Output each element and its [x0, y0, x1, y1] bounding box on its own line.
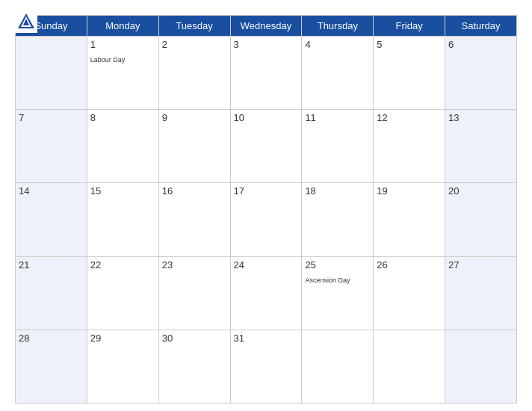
- calendar-cell: 3: [230, 37, 302, 110]
- day-number: 26: [377, 259, 442, 271]
- calendar-cell: 31: [230, 330, 302, 403]
- calendar-cell: 9: [158, 110, 230, 183]
- day-number: 14: [19, 185, 84, 197]
- day-number: 6: [448, 39, 513, 50]
- calendar-cell: [16, 37, 87, 110]
- day-number: 19: [377, 185, 442, 197]
- day-number: 18: [305, 185, 370, 197]
- day-number: 3: [234, 39, 299, 50]
- calendar-cell: 2: [158, 37, 230, 110]
- day-number: 29: [90, 333, 155, 344]
- calendar-cell: 14: [16, 183, 87, 256]
- calendar-cell: 10: [230, 110, 302, 183]
- day-number: 22: [90, 259, 155, 271]
- day-number: 27: [448, 259, 513, 271]
- calendar-cell: 4: [302, 37, 374, 110]
- calendar-table: SundayMondayTuesdayWednesdayThursdayFrid…: [15, 15, 517, 404]
- calendar-cell: 12: [374, 110, 445, 183]
- calendar-cell: 20: [445, 183, 517, 256]
- day-number: 16: [162, 185, 227, 197]
- week-row-4: 2122232425Ascension Day2627: [16, 256, 517, 330]
- calendar-cell: 25Ascension Day: [302, 256, 374, 330]
- calendar-cell: 22: [87, 256, 158, 330]
- holiday-label: Labour Day: [90, 56, 126, 64]
- day-number: 30: [162, 333, 227, 344]
- day-number: 9: [162, 112, 227, 123]
- calendar-cell: 19: [374, 183, 445, 256]
- calendar-cell: [445, 330, 517, 403]
- day-number: 25: [305, 259, 370, 271]
- day-number: 8: [90, 112, 155, 123]
- day-number: 28: [19, 333, 84, 344]
- calendar-cell: 17: [230, 183, 302, 256]
- day-number: 21: [19, 259, 84, 271]
- day-number: 2: [162, 39, 227, 50]
- calendar-cell: 7: [16, 110, 87, 183]
- week-row-3: 14151617181920: [16, 183, 517, 256]
- day-header-friday: Friday: [374, 16, 445, 37]
- calendar-cell: 30: [158, 330, 230, 403]
- calendar-cell: 23: [158, 256, 230, 330]
- holiday-label: Ascension Day: [305, 276, 350, 284]
- logo-icon: [15, 10, 37, 33]
- day-header-tuesday: Tuesday: [158, 16, 230, 37]
- calendar-cell: 6: [445, 37, 517, 110]
- day-number: 10: [234, 112, 299, 123]
- week-row-2: 78910111213: [16, 110, 517, 183]
- calendar-cell: 16: [158, 183, 230, 256]
- calendar-cell: 26: [374, 256, 445, 330]
- day-number: 7: [19, 112, 84, 123]
- day-number: 13: [448, 112, 513, 123]
- calendar-cell: [374, 330, 445, 403]
- calendar-cell: 5: [374, 37, 445, 110]
- day-header-wednesday: Wednesday: [230, 16, 302, 37]
- calendar-cell: 15: [87, 183, 158, 256]
- days-header-row: SundayMondayTuesdayWednesdayThursdayFrid…: [16, 16, 517, 37]
- calendar-cell: 8: [87, 110, 158, 183]
- calendar-cell: 11: [302, 110, 374, 183]
- week-row-5: 28293031: [16, 330, 517, 403]
- day-number: 1: [90, 39, 155, 50]
- day-number: 15: [90, 185, 155, 197]
- day-header-thursday: Thursday: [302, 16, 374, 37]
- calendar-cell: 13: [445, 110, 517, 183]
- day-number: 4: [305, 39, 370, 50]
- logo: [15, 10, 40, 33]
- day-number: 23: [162, 259, 227, 271]
- day-header-monday: Monday: [87, 16, 158, 37]
- calendar-cell: 24: [230, 256, 302, 330]
- calendar-cell: 1Labour Day: [87, 37, 158, 110]
- day-number: 11: [305, 112, 370, 123]
- calendar-cell: 21: [16, 256, 87, 330]
- calendar-cell: 27: [445, 256, 517, 330]
- calendar-cell: 28: [16, 330, 87, 403]
- day-number: 31: [234, 333, 299, 344]
- day-header-saturday: Saturday: [445, 16, 517, 37]
- calendar-cell: 18: [302, 183, 374, 256]
- calendar-cell: 29: [87, 330, 158, 403]
- day-number: 20: [448, 185, 513, 197]
- day-number: 17: [234, 185, 299, 197]
- day-number: 5: [377, 39, 442, 50]
- week-row-1: 1Labour Day23456: [16, 37, 517, 110]
- day-number: 24: [234, 259, 299, 271]
- day-number: 12: [377, 112, 442, 123]
- calendar-cell: [302, 330, 374, 403]
